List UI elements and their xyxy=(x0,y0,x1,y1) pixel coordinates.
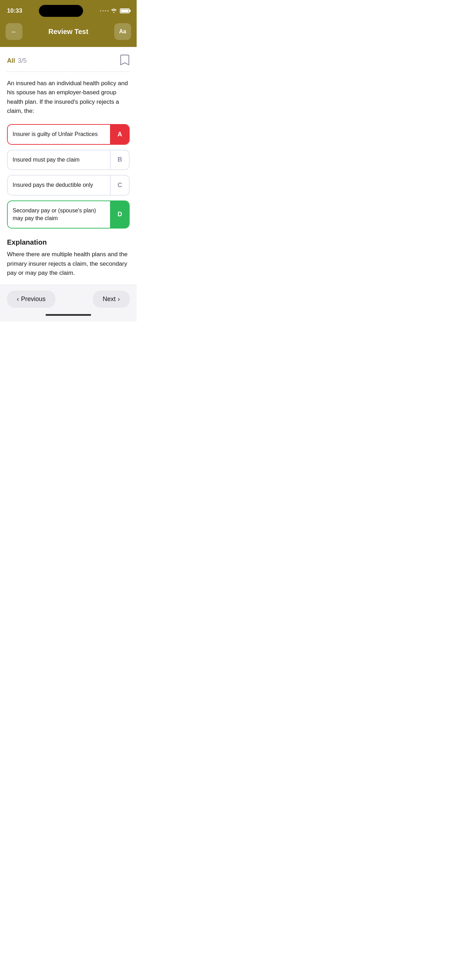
bottom-navigation: ‹ Previous Next › xyxy=(0,285,137,311)
next-chevron-icon: › xyxy=(118,296,120,303)
answer-letter-b: B xyxy=(110,150,129,169)
answer-text-a: Insurer is guilty of Unfair Practices xyxy=(8,125,110,144)
previous-chevron-icon: ‹ xyxy=(17,296,19,303)
main-content: All 3/5 An insured has an individual hea… xyxy=(0,47,137,278)
explanation-title: Explanation xyxy=(7,238,130,247)
next-label: Next xyxy=(103,296,116,303)
status-bar: 10:33 xyxy=(0,0,137,20)
answer-option-b[interactable]: Insured must pay the claim B xyxy=(7,150,130,170)
status-time: 10:33 xyxy=(7,7,22,14)
answer-text-c: Insured pays the deductible only xyxy=(8,176,110,194)
answer-option-c[interactable]: Insured pays the deductible only C xyxy=(7,175,130,195)
explanation-section: Explanation Where there are multiple hea… xyxy=(7,238,130,278)
filter-row: All 3/5 xyxy=(7,54,130,67)
page-title: Review Test xyxy=(48,28,88,36)
font-size-button[interactable]: Aa xyxy=(114,23,131,40)
explanation-text: Where there are multiple health plans an… xyxy=(7,250,130,278)
answer-options: Insurer is guilty of Unfair Practices A … xyxy=(7,124,130,229)
previous-label: Previous xyxy=(21,296,46,303)
bookmark-button[interactable] xyxy=(120,54,130,67)
section-divider xyxy=(7,72,130,72)
question-counter: 3/5 xyxy=(18,57,27,65)
back-arrow-icon: ← xyxy=(11,28,18,36)
filter-all-label[interactable]: All xyxy=(7,57,15,65)
answer-letter-c: C xyxy=(110,176,129,194)
wifi-icon xyxy=(111,8,117,14)
header: ← Review Test Aa xyxy=(0,20,137,47)
answer-text-b: Insured must pay the claim xyxy=(8,150,110,169)
answer-option-d[interactable]: Secondary pay or (spouse's plan) may pay… xyxy=(7,200,130,229)
filter-left: All 3/5 xyxy=(7,57,27,65)
next-button[interactable]: Next › xyxy=(93,291,130,308)
answer-option-a[interactable]: Insurer is guilty of Unfair Practices A xyxy=(7,124,130,145)
previous-button[interactable]: ‹ Previous xyxy=(7,291,56,308)
dynamic-island xyxy=(39,5,83,17)
font-label: Aa xyxy=(119,29,126,35)
answer-letter-d: D xyxy=(110,201,129,228)
answer-text-d: Secondary pay or (spouse's plan) may pay… xyxy=(8,201,110,228)
back-button[interactable]: ← xyxy=(6,23,22,40)
status-icons xyxy=(100,8,130,14)
question-text: An insured has an individual health poli… xyxy=(7,79,130,116)
answer-letter-a: A xyxy=(110,125,129,144)
battery-icon xyxy=(120,8,130,13)
home-indicator xyxy=(0,311,137,321)
home-bar xyxy=(46,314,91,316)
signal-icon xyxy=(100,10,108,11)
